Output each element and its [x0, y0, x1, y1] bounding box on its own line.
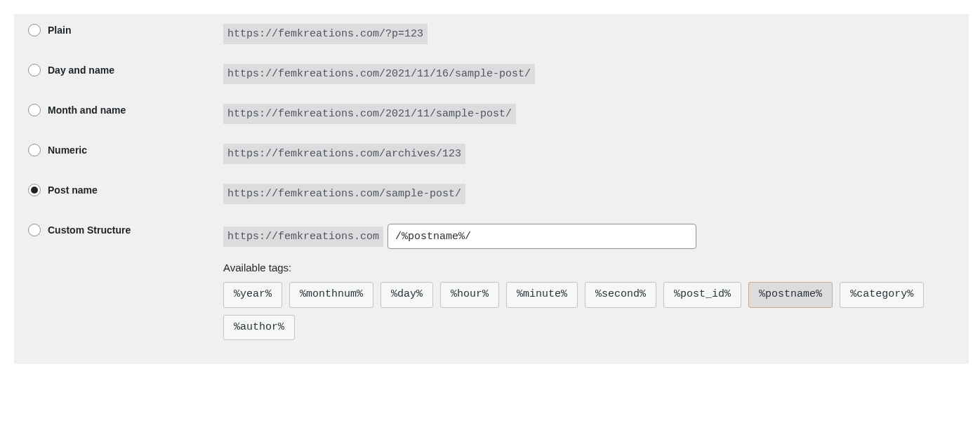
option-plain-right: https://femkreations.com/?p=123 [223, 24, 955, 44]
option-post-name-row: Post name https://femkreations.com/sampl… [21, 174, 962, 214]
option-numeric-row: Numeric https://femkreations.com/archive… [21, 134, 962, 174]
radio-numeric[interactable] [28, 144, 41, 156]
option-custom-row: Custom Structure https://femkreations.co… [21, 214, 962, 350]
option-month-name-left[interactable]: Month and name [28, 104, 223, 116]
custom-structure-input[interactable] [388, 224, 696, 249]
option-custom-right: https://femkreations.com Available tags:… [223, 224, 955, 340]
example-day-name: https://femkreations.com/2021/11/16/samp… [223, 64, 535, 84]
option-plain-label: Plain [48, 25, 71, 36]
option-plain-row: Plain https://femkreations.com/?p=123 [21, 14, 962, 54]
example-post-name: https://femkreations.com/sample-post/ [223, 184, 465, 204]
tags-container: %year% %monthnum% %day% %hour% %minute% … [223, 282, 955, 340]
option-numeric-left[interactable]: Numeric [28, 144, 223, 156]
option-custom-label: Custom Structure [48, 224, 131, 236]
custom-input-row: https://femkreations.com [223, 224, 696, 249]
option-month-name-row: Month and name https://femkreations.com/… [21, 94, 962, 134]
custom-base-url: https://femkreations.com [223, 227, 383, 247]
radio-day-name[interactable] [28, 64, 41, 76]
tag-day[interactable]: %day% [380, 282, 433, 308]
example-numeric: https://femkreations.com/archives/123 [223, 144, 465, 164]
option-day-name-right: https://femkreations.com/2021/11/16/samp… [223, 64, 955, 84]
tag-category[interactable]: %category% [840, 282, 924, 308]
tag-monthnum[interactable]: %monthnum% [289, 282, 373, 308]
tag-minute[interactable]: %minute% [506, 282, 578, 308]
radio-post-name[interactable] [28, 184, 41, 196]
option-numeric-right: https://femkreations.com/archives/123 [223, 144, 955, 164]
option-day-name-left[interactable]: Day and name [28, 64, 223, 76]
available-tags-label: Available tags: [223, 262, 291, 274]
option-custom-left[interactable]: Custom Structure [28, 224, 223, 236]
radio-month-name[interactable] [28, 104, 41, 116]
example-month-name: https://femkreations.com/2021/11/sample-… [223, 104, 516, 124]
tag-second[interactable]: %second% [585, 282, 656, 308]
option-numeric-label: Numeric [48, 144, 87, 156]
radio-custom[interactable] [28, 224, 41, 236]
option-post-name-label: Post name [48, 184, 98, 196]
option-plain-left[interactable]: Plain [28, 24, 223, 36]
tag-hour[interactable]: %hour% [440, 282, 499, 308]
tag-year[interactable]: %year% [223, 282, 282, 308]
option-post-name-right: https://femkreations.com/sample-post/ [223, 184, 955, 204]
tag-post-id[interactable]: %post_id% [663, 282, 741, 308]
radio-plain[interactable] [28, 24, 41, 36]
tag-author[interactable]: %author% [223, 315, 295, 341]
option-day-name-row: Day and name https://femkreations.com/20… [21, 54, 962, 94]
option-month-name-right: https://femkreations.com/2021/11/sample-… [223, 104, 955, 124]
option-day-name-label: Day and name [48, 65, 114, 76]
permalink-settings-table: Plain https://femkreations.com/?p=123 Da… [14, 14, 969, 364]
option-post-name-left[interactable]: Post name [28, 184, 223, 196]
example-plain: https://femkreations.com/?p=123 [223, 24, 428, 44]
tag-postname[interactable]: %postname% [748, 282, 833, 308]
option-month-name-label: Month and name [48, 104, 126, 116]
